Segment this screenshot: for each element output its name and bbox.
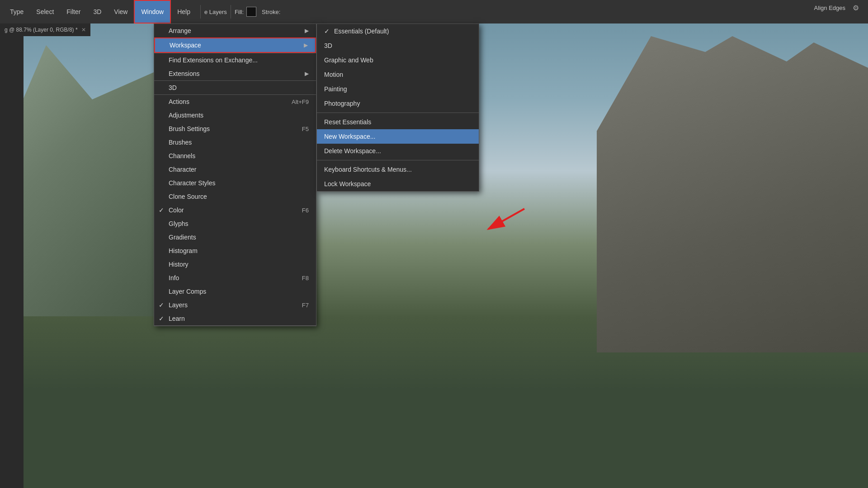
info-label: Info xyxy=(169,274,179,282)
arrange-label: Arrange xyxy=(169,27,191,34)
menu-3d[interactable]: 3D xyxy=(154,81,316,94)
color-shortcut: F6 xyxy=(302,207,309,214)
document-tab: g @ 88.7% (Layer 0, RGB/8) * ✕ xyxy=(0,23,90,36)
learn-check-icon: ✓ xyxy=(159,315,164,322)
extensions-arrow-icon: ▶ xyxy=(305,70,309,77)
doc-tab-close-button[interactable]: ✕ xyxy=(81,27,86,33)
gradients-label: Gradients xyxy=(169,234,196,241)
menu-color[interactable]: ✓ Color F6 xyxy=(154,203,316,217)
3d-label: 3D xyxy=(169,84,177,91)
menu-section-workspace: Arrange ▶ Workspace ▶ xyxy=(154,24,316,53)
painting-label: Painting xyxy=(324,85,347,93)
actions-label: Actions xyxy=(169,98,189,105)
workspace-3d-label: 3D xyxy=(324,42,332,49)
gear-icon[interactable]: ⚙ xyxy=(853,4,859,12)
menu-item-view[interactable]: View xyxy=(108,0,134,23)
submenu-keyboard-shortcuts[interactable]: Keyboard Shortcuts & Menus... xyxy=(317,162,479,177)
align-edges-label: Align Edges xyxy=(814,5,845,11)
doc-tab-label: g @ 88.7% (Layer 0, RGB/8) * xyxy=(5,27,78,33)
workspace-submenu: ✓ Essentials (Default) 3D Graphic and We… xyxy=(316,23,479,192)
submenu-lock-workspace[interactable]: Lock Workspace xyxy=(317,177,479,191)
menu-item-3d[interactable]: 3D xyxy=(87,0,108,23)
layers-shortcut: F7 xyxy=(302,302,309,309)
brushes-label: Brushes xyxy=(169,139,192,146)
menu-section-extensions: Find Extensions on Exchange... Extension… xyxy=(154,53,316,81)
menu-bar: Type Select Filter 3D View Window Help xyxy=(4,0,197,23)
castle-background xyxy=(597,36,868,352)
menu-brush-settings[interactable]: Brush Settings F5 xyxy=(154,122,316,136)
submenu-divider-2 xyxy=(317,160,479,160)
menu-item-select[interactable]: Select xyxy=(30,0,60,23)
submenu-painting[interactable]: Painting xyxy=(317,82,479,96)
workspace-arrow-icon: ▶ xyxy=(304,42,308,48)
info-shortcut: F8 xyxy=(302,275,309,282)
menu-brushes[interactable]: Brushes xyxy=(154,136,316,149)
menu-section-3d: 3D xyxy=(154,81,316,95)
menu-clone-source[interactable]: Clone Source xyxy=(154,190,316,203)
find-extensions-label: Find Extensions on Exchange... xyxy=(169,56,258,64)
submenu-motion[interactable]: Motion xyxy=(317,67,479,82)
glyphs-label: Glyphs xyxy=(169,220,189,227)
menu-workspace[interactable]: Workspace ▶ xyxy=(154,38,316,53)
menu-gradients[interactable]: Gradients xyxy=(154,230,316,244)
menu-channels[interactable]: Channels xyxy=(154,149,316,163)
history-label: History xyxy=(169,261,189,268)
window-dropdown-menu: Arrange ▶ Workspace ▶ Find Extensions on… xyxy=(154,23,316,326)
adjustments-label: Adjustments xyxy=(169,112,203,119)
menu-extensions[interactable]: Extensions ▶ xyxy=(154,67,316,80)
left-tool-panel xyxy=(0,36,24,488)
clone-source-label: Clone Source xyxy=(169,193,207,200)
arrange-arrow-icon: ▶ xyxy=(305,28,309,34)
menu-glyphs[interactable]: Glyphs xyxy=(154,217,316,230)
menu-character[interactable]: Character xyxy=(154,163,316,176)
submenu-section-manage: Reset Essentials New Workspace... Delete… xyxy=(317,115,479,158)
menu-item-help[interactable]: Help xyxy=(171,0,197,23)
menu-actions[interactable]: Actions Alt+F9 xyxy=(154,95,316,108)
menu-item-window[interactable]: Window xyxy=(134,0,171,23)
fill-label: Fill: xyxy=(235,9,244,15)
menu-info[interactable]: Info F8 xyxy=(154,271,316,285)
layer-type-control: e Layers xyxy=(204,9,227,15)
workspace-label: Workspace xyxy=(170,42,201,49)
channels-label: Channels xyxy=(169,152,195,160)
color-check-icon: ✓ xyxy=(159,206,164,214)
extensions-label: Extensions xyxy=(169,70,199,77)
submenu-new-workspace[interactable]: New Workspace... xyxy=(317,129,479,144)
menu-item-type[interactable]: Type xyxy=(4,0,30,23)
menu-arrange[interactable]: Arrange ▶ xyxy=(154,24,316,38)
submenu-delete-workspace[interactable]: Delete Workspace... xyxy=(317,144,479,158)
fill-swatch[interactable] xyxy=(246,7,256,17)
histogram-label: Histogram xyxy=(169,247,198,254)
character-label: Character xyxy=(169,166,196,173)
menu-character-styles[interactable]: Character Styles xyxy=(154,176,316,190)
menu-history[interactable]: History xyxy=(154,258,316,271)
menu-layer-comps[interactable]: Layer Comps xyxy=(154,285,316,298)
toolbar-right-icons: Align Edges ⚙ xyxy=(814,4,859,12)
menu-layers[interactable]: ✓ Layers F7 xyxy=(154,298,316,312)
stroke-control: Stroke: xyxy=(262,9,280,15)
submenu-essentials[interactable]: ✓ Essentials (Default) xyxy=(317,24,479,38)
fill-control: Fill: xyxy=(235,7,256,17)
actions-shortcut: Alt+F9 xyxy=(292,99,309,105)
menu-section-panels: Actions Alt+F9 Adjustments Brush Setting… xyxy=(154,95,316,326)
submenu-3d[interactable]: 3D xyxy=(317,38,479,53)
menu-histogram[interactable]: Histogram xyxy=(154,244,316,258)
color-label: Color xyxy=(169,206,184,214)
keyboard-shortcuts-label: Keyboard Shortcuts & Menus... xyxy=(324,166,412,173)
layers-check-icon: ✓ xyxy=(159,301,164,309)
submenu-reset-essentials[interactable]: Reset Essentials xyxy=(317,115,479,129)
lock-workspace-label: Lock Workspace xyxy=(324,180,371,188)
reset-essentials-label: Reset Essentials xyxy=(324,118,371,126)
menu-item-filter[interactable]: Filter xyxy=(60,0,87,23)
menu-adjustments[interactable]: Adjustments xyxy=(154,108,316,122)
submenu-section-shortcuts: Keyboard Shortcuts & Menus... Lock Works… xyxy=(317,162,479,191)
submenu-photography[interactable]: Photography xyxy=(317,96,479,111)
layers-label: Layers xyxy=(169,301,188,309)
submenu-graphic-web[interactable]: Graphic and Web xyxy=(317,53,479,67)
delete-workspace-label: Delete Workspace... xyxy=(324,147,381,155)
character-styles-label: Character Styles xyxy=(169,179,215,187)
brush-settings-shortcut: F5 xyxy=(302,126,309,132)
menu-find-extensions[interactable]: Find Extensions on Exchange... xyxy=(154,53,316,67)
stroke-label: Stroke: xyxy=(262,9,280,15)
menu-learn[interactable]: ✓ Learn xyxy=(154,312,316,325)
